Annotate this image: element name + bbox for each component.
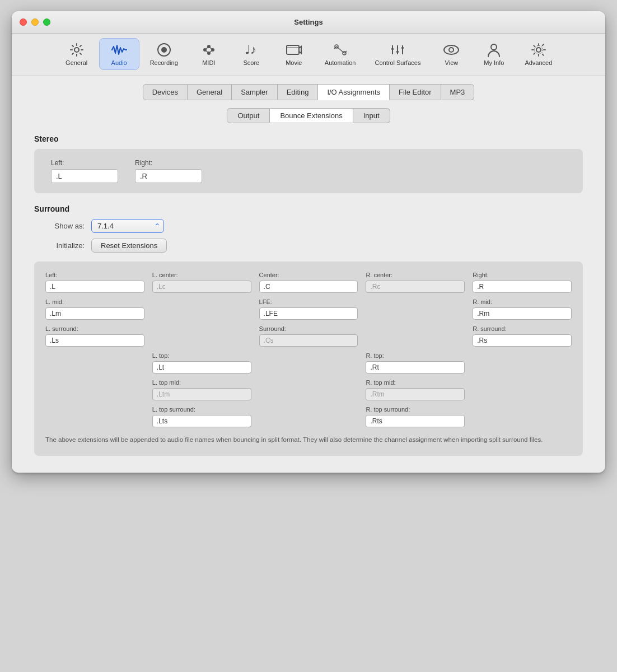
surround-cs-input — [259, 334, 358, 347]
stereo-left-label: Left: — [51, 159, 118, 167]
surround-controls: Show as: 5.1 7.1 7.1.4 ⌃ Initialize: Res… — [34, 219, 583, 253]
surround-empty9 — [259, 379, 358, 400]
surround-cs-cell: Surround: — [259, 325, 358, 347]
tab-devices[interactable]: Devices — [143, 84, 188, 100]
surround-rsurround-input[interactable] — [473, 334, 572, 347]
surround-lfe-label: LFE: — [259, 298, 358, 305]
toolbar-item-movie[interactable]: Movie — [274, 38, 314, 70]
stereo-right-input[interactable] — [135, 169, 202, 183]
movie-icon — [285, 42, 303, 58]
surround-center-input[interactable] — [259, 281, 358, 293]
show-as-select[interactable]: 5.1 7.1 7.1.4 — [91, 219, 164, 233]
stereo-section: Stereo Left: Right: — [34, 134, 583, 193]
svg-point-28 — [536, 48, 541, 52]
toolbar-item-view[interactable]: View — [431, 38, 471, 70]
toolbar-label-audio: Audio — [111, 59, 127, 66]
surround-lsurround-input[interactable] — [45, 334, 144, 347]
surround-rtopsurround-input[interactable] — [366, 415, 465, 427]
toolbar-item-automation[interactable]: Automation — [316, 38, 364, 70]
toolbar-item-my-info[interactable]: My Info — [474, 38, 514, 70]
subtab-input[interactable]: Input — [353, 108, 390, 123]
surround-rtop-input[interactable] — [366, 361, 465, 374]
control-surfaces-icon — [389, 42, 406, 58]
surround-ltop-input[interactable] — [152, 361, 251, 374]
tab-general[interactable]: General — [188, 84, 232, 100]
svg-rect-24 — [401, 47, 404, 49]
surround-section: Surround Show as: 5.1 7.1 7.1.4 ⌃ Initia… — [34, 204, 583, 456]
toolbar-label-my-info: My Info — [484, 59, 504, 66]
surround-left-input[interactable] — [45, 281, 144, 293]
svg-line-16 — [336, 46, 344, 53]
surround-lcenter-label: L. center: — [152, 272, 251, 278]
stereo-right-label: Right: — [135, 159, 202, 167]
reset-extensions-button[interactable]: Reset Extensions — [91, 239, 167, 253]
surround-right-cell: Right: — [473, 272, 572, 293]
svg-point-25 — [444, 45, 459, 54]
toolbar-item-advanced[interactable]: Advanced — [516, 38, 560, 70]
surround-rtopmid-cell: R. top mid: — [366, 379, 465, 400]
stereo-title: Stereo — [34, 134, 583, 143]
surround-empty3 — [152, 325, 251, 347]
surround-grid-container: Left: L. center: Center: R. center: — [34, 262, 583, 456]
surround-lmid-input[interactable] — [45, 307, 144, 320]
subtabs-row: Output Bounce Extensions Input — [12, 100, 605, 123]
svg-point-29 — [534, 46, 543, 54]
surround-empty13 — [473, 406, 572, 427]
surround-empty12 — [259, 406, 358, 427]
svg-line-9 — [205, 50, 209, 53]
tab-mp3[interactable]: MP3 — [441, 84, 475, 100]
maximize-button[interactable] — [43, 18, 50, 26]
surround-rcenter-cell: R. center: — [366, 272, 465, 293]
toolbar-item-general[interactable]: General — [57, 38, 97, 70]
surround-rtopsurround-cell: R. top surround: — [366, 406, 465, 427]
svg-text:♩♪: ♩♪ — [245, 43, 256, 57]
toolbar-item-recording[interactable]: Recording — [142, 38, 186, 70]
surround-rtop-cell: R. top: — [366, 352, 465, 374]
toolbar-item-audio[interactable]: Audio — [99, 38, 139, 70]
surround-lfe-cell: LFE: — [259, 298, 358, 320]
surround-rmid-input[interactable] — [473, 307, 572, 320]
toolbar-item-midi[interactable]: MIDI — [189, 38, 229, 70]
surround-lcenter-cell: L. center: — [152, 272, 251, 293]
surround-lsurround-cell: L. surround: — [45, 325, 144, 347]
surround-empty4 — [366, 325, 465, 347]
surround-empty7 — [473, 352, 572, 374]
svg-line-10 — [209, 50, 213, 53]
tab-io-assignments[interactable]: I/O Assignments — [318, 84, 390, 100]
tab-sampler[interactable]: Sampler — [232, 84, 277, 100]
surround-rtopmid-label: R. top mid: — [366, 379, 465, 386]
toolbar-label-view: View — [445, 59, 459, 66]
surround-ltopmid-label: L. top mid: — [152, 379, 251, 386]
surround-center-label: Center: — [259, 272, 358, 278]
toolbar-label-control-surfaces: Control Surfaces — [375, 59, 420, 66]
surround-rtop-label: R. top: — [366, 352, 465, 359]
toolbar-item-score[interactable]: ♩♪ Score — [231, 38, 272, 70]
surround-ltopsurround-cell: L. top surround: — [152, 406, 251, 427]
surround-ltopsurround-input[interactable] — [152, 415, 251, 427]
surround-empty5 — [45, 352, 144, 374]
surround-title: Surround — [34, 204, 583, 213]
minimize-button[interactable] — [31, 18, 39, 26]
surround-ltop-cell: L. top: — [152, 352, 251, 374]
tabs-row: Devices General Sampler Editing I/O Assi… — [12, 76, 605, 100]
stereo-left-input[interactable] — [51, 169, 118, 183]
subtab-output[interactable]: Output — [227, 108, 270, 123]
svg-point-2 — [161, 47, 167, 53]
tab-editing[interactable]: Editing — [278, 84, 319, 100]
tab-file-editor[interactable]: File Editor — [390, 84, 441, 100]
surround-ltopsurround-label: L. top surround: — [152, 406, 251, 413]
surround-right-input[interactable] — [473, 281, 572, 293]
toolbar-label-movie: Movie — [286, 59, 302, 66]
surround-lmid-cell: L. mid: — [45, 298, 144, 320]
show-as-label: Show as: — [34, 222, 85, 230]
title-bar: Settings — [12, 11, 605, 34]
show-as-select-wrapper: 5.1 7.1 7.1.4 ⌃ — [91, 219, 164, 233]
surround-lfe-input[interactable] — [259, 307, 358, 320]
toolbar-item-control-surfaces[interactable]: Control Surfaces — [366, 38, 429, 70]
surround-grid-row4: L. top: R. top: — [45, 352, 572, 374]
subtab-bounce-extensions[interactable]: Bounce Extensions — [270, 108, 353, 123]
surround-grid-row6: L. top surround: R. top surround: — [45, 406, 572, 427]
settings-window: Settings General Audio — [12, 11, 605, 473]
close-button[interactable] — [20, 18, 27, 26]
recording-icon — [155, 42, 173, 58]
